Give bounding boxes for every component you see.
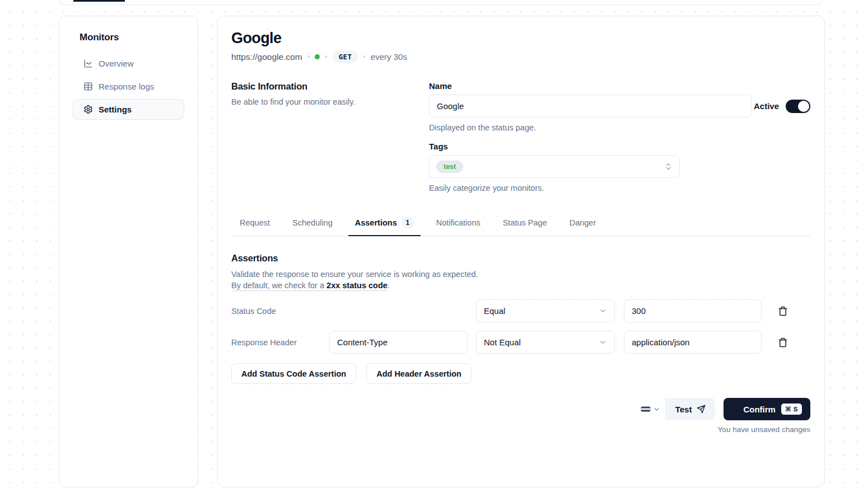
monitor-settings-panel: Google https://google.com • • GET • ever… bbox=[217, 16, 825, 487]
tab-scheduling[interactable]: Scheduling bbox=[286, 211, 339, 236]
assertion-row-status-code: Status Code Equal bbox=[231, 299, 810, 322]
assertions-description: Validate the response to ensure your ser… bbox=[231, 269, 810, 291]
method-badge: GET bbox=[333, 50, 358, 63]
assertions-section: Assertions Validate the response to ensu… bbox=[231, 253, 810, 384]
basic-information-heading: Basic Information bbox=[231, 81, 429, 92]
sidebar: Monitors Overview Response logs Settings bbox=[59, 16, 198, 487]
sidebar-item-overview[interactable]: Overview bbox=[73, 53, 184, 74]
settings-tabs: Request Scheduling Assertions 1 Notifica… bbox=[231, 211, 810, 236]
keyboard-shortcut-badge: ⌘ S bbox=[781, 403, 802, 415]
trash-icon bbox=[778, 306, 788, 316]
tab-notifications[interactable]: Notifications bbox=[430, 211, 487, 236]
sidebar-item-label: Response logs bbox=[99, 82, 154, 91]
assertion-value-input[interactable] bbox=[624, 331, 762, 354]
add-assertion-row: Add Status Code Assertion Add Header Ass… bbox=[231, 363, 810, 384]
assertions-count-badge: 1 bbox=[402, 217, 414, 229]
active-nav-underline bbox=[73, 0, 125, 2]
default-check-note: By default, we check for a 2xx status co… bbox=[231, 281, 388, 291]
region-flag-icon bbox=[640, 403, 651, 415]
confirm-button[interactable]: Confirm ⌘ S bbox=[724, 398, 810, 420]
tag-pill: test bbox=[436, 161, 463, 173]
active-label: Active bbox=[754, 101, 779, 111]
tab-danger[interactable]: Danger bbox=[563, 211, 603, 236]
test-button[interactable]: Test bbox=[666, 398, 716, 420]
gear-icon bbox=[83, 105, 93, 114]
tab-request[interactable]: Request bbox=[233, 211, 277, 236]
tags-label: Tags bbox=[429, 142, 680, 151]
top-nav-remnant bbox=[59, 0, 822, 5]
assertion-type-label: Response Header bbox=[231, 338, 329, 347]
comparator-select[interactable]: Equal bbox=[476, 299, 615, 322]
chevron-down-icon bbox=[599, 307, 607, 315]
chevron-down-icon bbox=[599, 338, 607, 346]
name-input[interactable] bbox=[429, 95, 752, 118]
dot-separator: • bbox=[325, 53, 328, 60]
region-dropdown-button[interactable] bbox=[635, 398, 666, 420]
basic-information-section: Basic Information Be able to find your m… bbox=[231, 81, 810, 193]
monitor-url: https://google.com bbox=[231, 52, 302, 62]
toggle-knob bbox=[798, 101, 809, 112]
sidebar-item-label: Settings bbox=[99, 105, 132, 114]
comparator-select[interactable]: Not Equal bbox=[476, 331, 615, 354]
active-toggle[interactable] bbox=[786, 100, 810, 113]
tab-status-page[interactable]: Status Page bbox=[496, 211, 554, 236]
test-button-group: Test bbox=[635, 398, 716, 420]
chevron-down-icon bbox=[653, 406, 660, 413]
monitor-title: Google bbox=[231, 30, 810, 47]
delete-assertion-button[interactable] bbox=[777, 336, 789, 349]
chart-line-icon bbox=[83, 59, 93, 68]
sidebar-item-label: Overview bbox=[99, 59, 134, 68]
assertion-row-response-header: Response Header Not Equal bbox=[231, 331, 810, 354]
sidebar-title: Monitors bbox=[73, 32, 184, 43]
dot-separator: • bbox=[363, 53, 366, 60]
tags-help: Easily categorize your monitors. bbox=[429, 184, 680, 193]
tags-select[interactable]: test bbox=[429, 155, 680, 178]
dot-separator: • bbox=[307, 53, 310, 60]
add-header-assertion-button[interactable]: Add Header Assertion bbox=[366, 363, 472, 384]
trash-icon bbox=[778, 337, 788, 348]
status-dot bbox=[315, 54, 320, 59]
delete-assertion-button[interactable] bbox=[777, 305, 789, 317]
unsaved-changes-note: You have unsaved changes bbox=[231, 425, 810, 434]
basic-information-description: Be able to find your monitor easily. bbox=[231, 96, 429, 107]
assertions-heading: Assertions bbox=[231, 253, 810, 264]
add-status-code-assertion-button[interactable]: Add Status Code Assertion bbox=[231, 363, 356, 384]
page-layout: Monitors Overview Response logs Settings… bbox=[59, 16, 825, 487]
send-icon bbox=[697, 405, 706, 414]
monitor-frequency: every 30s bbox=[371, 52, 407, 62]
assertion-key-input[interactable] bbox=[329, 331, 468, 354]
name-label: Name bbox=[429, 81, 752, 91]
table-icon bbox=[83, 82, 93, 91]
sidebar-item-response-logs[interactable]: Response logs bbox=[73, 76, 184, 97]
assertion-value-input[interactable] bbox=[624, 299, 762, 322]
footer-actions: Test Confirm ⌘ S bbox=[231, 398, 810, 420]
tab-assertions[interactable]: Assertions 1 bbox=[348, 211, 421, 236]
monitor-meta-row: https://google.com • • GET • every 30s bbox=[231, 50, 810, 63]
assertion-type-label: Status Code bbox=[231, 307, 329, 316]
sidebar-item-settings[interactable]: Settings bbox=[73, 99, 184, 120]
chevrons-up-down-icon bbox=[664, 162, 673, 171]
name-help: Displayed on the status page. bbox=[429, 123, 752, 132]
